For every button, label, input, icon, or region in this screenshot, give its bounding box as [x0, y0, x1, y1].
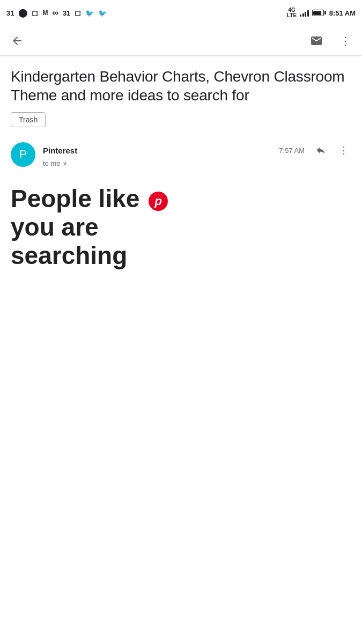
- action-bar-left: [9, 32, 26, 49]
- pinterest-p: p: [154, 195, 161, 207]
- notification-icon-instagram: ◻: [32, 9, 38, 17]
- signal-bars: [300, 9, 309, 17]
- chevron-down-icon[interactable]: ∨: [63, 160, 67, 167]
- email-body: People like p you are searching: [0, 172, 362, 270]
- notification-icon-twitter2: 🐦: [98, 9, 107, 17]
- email-subject-section: Kindergarten Behavior Charts, Chevron Cl…: [0, 56, 362, 134]
- avatar: P: [11, 142, 35, 167]
- back-button[interactable]: [9, 32, 26, 49]
- lte-icon: 4GLTE: [287, 8, 297, 18]
- sender-actions: 7:57 AM ⋮: [279, 142, 351, 158]
- email-more-button[interactable]: ⋮: [337, 142, 351, 158]
- battery-indicator: [312, 10, 326, 16]
- recipient-text: to me: [43, 159, 61, 167]
- action-bar-right: ⋮: [308, 32, 353, 49]
- notification-icon-infinity: ∞: [52, 8, 58, 18]
- time-display: 8:51 AM: [329, 9, 356, 17]
- sender-section: P Pinterest 7:57 AM ⋮ to me ∨: [0, 134, 362, 172]
- headline-line2: you are: [11, 213, 99, 241]
- status-bar: 31 ⬤ ◻ M ∞ 31 ◻ 🐦 🐦 4GLTE 8:51 AM: [0, 0, 362, 26]
- recipient-row: to me ∨: [43, 159, 351, 167]
- notification-icon-31b: 31: [63, 9, 70, 17]
- email-subject-title: Kindergarten Behavior Charts, Chevron Cl…: [11, 67, 351, 105]
- notification-icon-31: 31: [6, 9, 14, 17]
- mail-button[interactable]: [308, 32, 325, 49]
- headline-line1: People like: [11, 185, 139, 213]
- sender-name: Pinterest: [43, 146, 77, 155]
- body-headline: People like p you are searching: [11, 185, 351, 270]
- action-bar: ⋮: [0, 26, 362, 56]
- pinterest-logo: p: [149, 192, 168, 211]
- notification-icon-cam2: ◻: [75, 9, 81, 17]
- reply-button[interactable]: [313, 143, 328, 158]
- headline-line3: searching: [11, 241, 127, 269]
- status-bar-left: 31 ⬤ ◻ M ∞ 31 ◻ 🐦 🐦: [6, 8, 107, 18]
- more-options-button[interactable]: ⋮: [338, 32, 353, 49]
- status-bar-right: 4GLTE 8:51 AM: [287, 8, 356, 18]
- notification-icon-twitter: 🐦: [85, 9, 94, 17]
- notification-icon-camera: ⬤: [18, 8, 27, 18]
- sender-info: Pinterest 7:57 AM ⋮ to me ∨: [43, 142, 351, 167]
- sender-time: 7:57 AM: [279, 147, 305, 155]
- trash-label[interactable]: Trash: [11, 112, 46, 127]
- notification-icon-gmail: M: [42, 9, 48, 17]
- sender-row: Pinterest 7:57 AM ⋮: [43, 142, 351, 158]
